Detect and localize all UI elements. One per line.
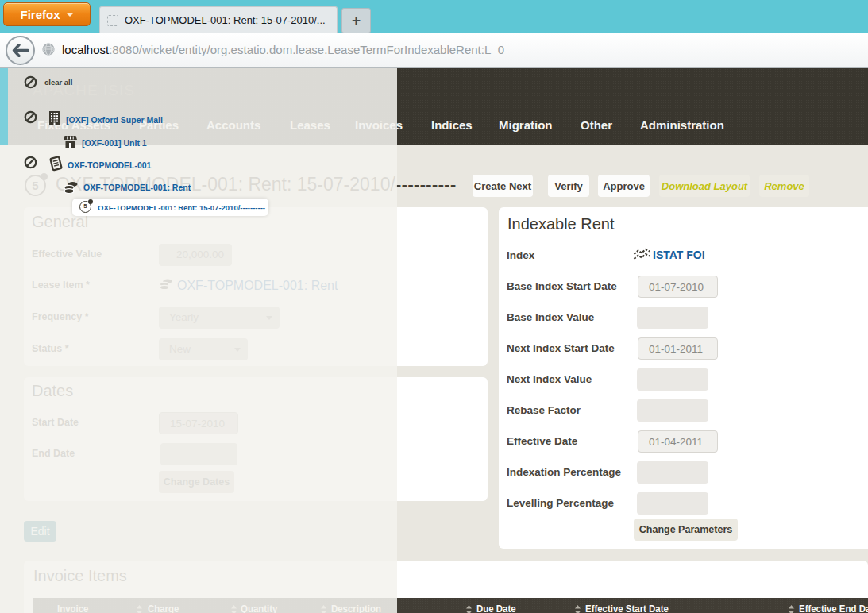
create-next-button[interactable]: Create Next xyxy=(473,175,533,197)
index-label: Index xyxy=(507,249,534,261)
text-value xyxy=(637,399,708,404)
term-icon: 5 xyxy=(79,201,91,213)
nav-migration[interactable]: Migration xyxy=(499,118,553,132)
next-index-start-date-input[interactable]: 01-01-2011 xyxy=(638,337,718,360)
verify-button[interactable]: Verify xyxy=(548,175,589,197)
crumb-lease-link[interactable]: OXF-TOPMODEL-001 xyxy=(68,160,151,170)
levelling-percentage-input[interactable] xyxy=(637,492,708,515)
text-value: localhost xyxy=(62,43,109,56)
globe-icon xyxy=(41,42,56,56)
browser-toolbar: localhost:8080/wicket/entity/org.estatio… xyxy=(0,33,868,68)
text-value xyxy=(637,461,708,466)
next-index-start-date-label: Next Index Start Date xyxy=(507,342,615,354)
download-layout-button[interactable]: Download Layout xyxy=(659,175,750,197)
shop-icon xyxy=(64,135,77,148)
crumb-unit-link[interactable]: [OXF-001] Unit 1 xyxy=(82,138,147,148)
col-due-date[interactable]: Due Date xyxy=(476,603,516,613)
sort-icon[interactable] xyxy=(574,604,581,613)
index-link[interactable]: ISTAT FOI xyxy=(653,249,705,261)
chevron-down-icon xyxy=(66,13,74,17)
effective-date-input[interactable]: 01-04-2011 xyxy=(638,430,718,453)
rebase-factor-input[interactable] xyxy=(637,399,708,422)
indexation-percentage-label: Indexation Percentage xyxy=(507,466,621,478)
text-value: 01-01-2011 xyxy=(638,338,717,355)
chart-icon xyxy=(633,247,651,261)
nav-administration[interactable]: Administration xyxy=(640,118,724,132)
rebase-factor-label: Rebase Factor xyxy=(507,404,581,416)
favicon-placeholder-icon xyxy=(107,15,118,26)
next-index-value-input[interactable] xyxy=(637,368,708,391)
text-value xyxy=(637,306,708,311)
text-value: 5 xyxy=(83,202,87,210)
remove-button[interactable]: Remove xyxy=(759,175,809,197)
building-icon xyxy=(48,111,60,125)
teal-edge-strip xyxy=(0,68,8,145)
modal-dim-overlay xyxy=(0,68,397,613)
tab-title: OXF-TOPMODEL-001: Rent: 15-07-2010/... xyxy=(125,14,326,26)
base-index-start-date-label: Base Index Start Date xyxy=(507,280,617,292)
change-parameters-button[interactable]: Change Parameters xyxy=(634,519,738,541)
approve-button[interactable]: Approve xyxy=(598,175,650,197)
text-value xyxy=(637,368,708,373)
coins-icon xyxy=(63,180,79,195)
crumb-property-link[interactable]: [OXF] Oxford Super Mall xyxy=(66,115,163,125)
text-value xyxy=(637,492,708,497)
text-value: 01-04-2011 xyxy=(638,431,717,448)
remove-crumb-icon[interactable] xyxy=(24,156,37,169)
lease-icon xyxy=(48,156,64,172)
nav-indices[interactable]: Indices xyxy=(431,118,473,132)
browser-titlebar: Firefox OXF-TOPMODEL-001: Rent: 15-07-20… xyxy=(0,0,868,33)
new-tab-button[interactable]: + xyxy=(341,8,371,33)
base-index-start-date-input[interactable]: 01-07-2010 xyxy=(638,276,718,298)
indexable-rent-heading: Indexable Rent xyxy=(507,215,615,233)
browser-tab[interactable]: OXF-TOPMODEL-001: Rent: 15-07-2010/... xyxy=(99,6,338,33)
base-index-value-input[interactable] xyxy=(637,306,708,329)
back-button[interactable] xyxy=(6,36,35,65)
text-value: :8080/wicket/entity/org.estatio.dom.leas… xyxy=(109,43,504,56)
text-value: Firefox xyxy=(20,8,60,21)
url-bar[interactable]: localhost:8080/wicket/entity/org.estatio… xyxy=(62,43,504,56)
text-value: 01-07-2010 xyxy=(638,276,717,293)
clear-all-icon[interactable] xyxy=(24,75,37,89)
col-effective-end-date[interactable]: Effective End Date xyxy=(799,603,868,613)
sort-icon[interactable] xyxy=(788,604,795,613)
col-effective-start-date[interactable]: Effective Start Date xyxy=(585,603,669,613)
back-arrow-icon xyxy=(12,44,29,57)
base-index-value-label: Base Index Value xyxy=(507,311,594,323)
firefox-menu-button[interactable]: Firefox xyxy=(3,2,91,26)
levelling-percentage-label: Levelling Percentage xyxy=(507,497,614,509)
remove-crumb-icon[interactable] xyxy=(24,110,37,124)
crumb-lease-item-link[interactable]: OXF-TOPMODEL-001: Rent xyxy=(83,183,191,192)
indexation-percentage-input[interactable] xyxy=(637,461,708,484)
sort-icon[interactable] xyxy=(465,604,473,613)
effective-date-label: Effective Date xyxy=(507,435,577,447)
next-index-value-label: Next Index Value xyxy=(507,373,592,385)
nav-other[interactable]: Other xyxy=(581,118,612,132)
crumb-lease-term-link[interactable]: OXF-TOPMODEL-001: Rent: 15-07-2010/-----… xyxy=(98,203,265,212)
clear-all-label[interactable]: clear all xyxy=(44,78,72,87)
